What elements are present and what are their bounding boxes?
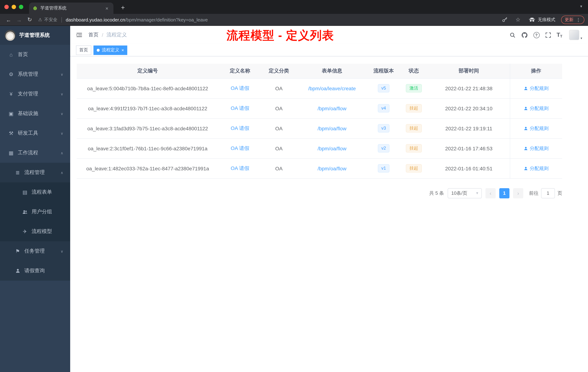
- tag-home[interactable]: 首页: [76, 45, 91, 55]
- col-definition-name: 定义名称: [219, 64, 262, 78]
- maximize-window-button[interactable]: [19, 5, 23, 9]
- definition-name-link[interactable]: OA 请假: [231, 125, 250, 131]
- sidebar-item-system-management[interactable]: ⚙ 系统管理 ∨: [0, 65, 70, 84]
- breadcrumb-home[interactable]: 首页: [88, 32, 99, 38]
- form-info-link[interactable]: /bpm/oa/flow: [318, 105, 346, 111]
- sidebar-item-user-group[interactable]: 用户分组: [0, 202, 70, 222]
- tag-close-icon[interactable]: ×: [121, 47, 124, 53]
- definition-name-link[interactable]: OA 请假: [231, 145, 250, 151]
- address-bar[interactable]: dashboard.yudao.iocoder.cn/bpm/manager/d…: [66, 17, 496, 22]
- goto-page-input[interactable]: [541, 188, 555, 198]
- tag-label: 流程定义: [102, 47, 119, 53]
- browser-update-button[interactable]: 更新 ⋮: [561, 15, 584, 24]
- user-menu[interactable]: ▾: [569, 30, 582, 40]
- assign-rule-link[interactable]: 分配规则: [524, 145, 549, 152]
- status-badge: 挂起: [406, 104, 422, 112]
- assign-rule-label: 分配规则: [530, 165, 549, 172]
- navbar-actions: ? TT ▾: [509, 30, 582, 40]
- cell-definition-id: oa_leave:3:1fad3d93-7b75-11ec-a3c8-acde4…: [77, 118, 219, 138]
- briefcase-icon: ▦: [8, 150, 14, 156]
- sidebar-item-home[interactable]: ⌂ 首页: [0, 45, 70, 65]
- definition-name-link[interactable]: OA 请假: [231, 105, 250, 111]
- avatar[interactable]: [569, 30, 579, 40]
- browser-toolbar: ← → ↻ ⚠ 不安全 dashboard.yudao.iocoder.cn/b…: [0, 14, 588, 26]
- active-dot: [97, 49, 100, 52]
- form-info-link[interactable]: /bpm/oa/flow: [318, 125, 346, 131]
- form-info-link[interactable]: /bpm/oa/leave/create: [308, 85, 356, 91]
- close-window-button[interactable]: [4, 5, 9, 9]
- sidebar-toggle-icon[interactable]: [76, 32, 83, 38]
- cell-definition-id: oa_leave:1:482ec033-762a-11ec-8477-a2380…: [77, 158, 219, 178]
- table-header-row: 定义编号 定义名称 定义分类 表单信息 流程版本 状态 部署时间 操作: [77, 64, 562, 78]
- tab-close-icon[interactable]: ×: [104, 5, 110, 11]
- sidebar-item-label: 工作流程: [18, 150, 38, 156]
- assign-rule-link[interactable]: 分配规则: [524, 125, 549, 131]
- assign-rule-link[interactable]: 分配规则: [524, 165, 549, 172]
- font-size-icon[interactable]: TT: [556, 32, 562, 38]
- sidebar-item-label: 流程管理: [24, 169, 45, 176]
- sidebar-item-task-management[interactable]: ⚑ 任务管理 ∨: [0, 241, 70, 261]
- chevron-down-icon: ∨: [61, 111, 63, 116]
- browser-tab[interactable]: 芋道管理系统 ×: [29, 2, 114, 14]
- user-icon: [524, 126, 528, 131]
- prev-page-button[interactable]: ‹: [485, 188, 496, 198]
- sidebar-item-label: 流程模型: [32, 228, 52, 235]
- reload-icon[interactable]: ↻: [25, 15, 34, 25]
- sidebar-item-process-management[interactable]: ≣ 流程管理 ∧: [0, 163, 70, 182]
- github-icon[interactable]: [521, 32, 528, 38]
- password-key-icon[interactable]: [500, 15, 509, 25]
- process-management-submenu: ▤ 流程表单 用户分组 ✈ 流程模型: [0, 182, 70, 241]
- definition-name-link[interactable]: OA 请假: [231, 85, 250, 91]
- cell-deploy-time: 2022-01-22 20:34:10: [428, 98, 510, 118]
- sidebar-item-leave-query[interactable]: 请假查询: [0, 261, 70, 281]
- tab-favicon: [33, 6, 37, 11]
- security-label: 不安全: [44, 17, 57, 23]
- incognito-icon: [529, 17, 535, 22]
- tab-strip: 芋道管理系统 × + ▾: [0, 0, 588, 14]
- page-title-annotation: 流程模型 - 定义列表: [227, 28, 334, 44]
- assign-rule-link[interactable]: 分配规则: [524, 85, 549, 92]
- flag-icon: ⚑: [15, 248, 21, 254]
- fullscreen-icon[interactable]: [545, 32, 551, 38]
- tab-search-icon[interactable]: ▾: [580, 4, 582, 9]
- page-size-select[interactable]: 10条/页 ▾: [448, 188, 482, 198]
- cell-deploy-time: 2022-01-16 01:40:51: [428, 158, 510, 178]
- table-row: oa_leave:5:004b710b-7b8a-11ec-8ef0-acde4…: [77, 78, 562, 98]
- current-page-button[interactable]: 1: [499, 188, 509, 198]
- logo-avatar: [5, 30, 16, 41]
- search-icon[interactable]: [509, 32, 515, 38]
- user-icon: [524, 166, 528, 171]
- minimize-window-button[interactable]: [12, 5, 16, 9]
- bookmark-star-icon[interactable]: ☆: [513, 15, 523, 25]
- form-info-link[interactable]: /bpm/oa/flow: [318, 165, 346, 171]
- assign-rule-link[interactable]: 分配规则: [524, 105, 549, 111]
- new-tab-button[interactable]: +: [118, 4, 127, 12]
- browser-window: 芋道管理系统 × + ▾ ← → ↻ ⚠ 不安全 dashboard.yudao…: [0, 0, 588, 372]
- sidebar-logo[interactable]: 芋道管理系统: [0, 26, 70, 45]
- font-size-small: T: [560, 34, 562, 38]
- list-icon: ≣: [15, 170, 21, 175]
- definition-name-link[interactable]: OA 请假: [231, 165, 250, 171]
- sidebar-item-dev-tools[interactable]: ⚒ 研发工具 ∨: [0, 123, 70, 143]
- document-icon: ▤: [22, 189, 28, 195]
- table-row: oa_leave:4:991f2193-7b7f-11ec-a3c8-acde4…: [77, 98, 562, 118]
- status-badge: 挂起: [406, 144, 422, 153]
- sidebar-item-process-model[interactable]: ✈ 流程模型: [0, 222, 70, 241]
- back-icon[interactable]: ←: [4, 15, 13, 25]
- next-page-button[interactable]: ›: [513, 188, 523, 198]
- cell-deploy-time: 2022-01-22 19:19:11: [428, 118, 510, 138]
- form-info-link[interactable]: /bpm/oa/flow: [318, 145, 346, 151]
- pagination-total: 共 5 条: [429, 190, 444, 196]
- sidebar-item-workflow[interactable]: ▦ 工作流程 ∧: [0, 143, 70, 163]
- caret-down-icon: ▾: [580, 36, 582, 40]
- tag-process-definition[interactable]: 流程定义 ×: [94, 45, 127, 55]
- sidebar-item-infrastructure[interactable]: ▣ 基础设施 ∨: [0, 104, 70, 123]
- browser-menu-kebab-icon[interactable]: ⋮: [576, 17, 581, 22]
- pagination: 共 5 条 10条/页 ▾ ‹ 1 › 前往 页: [77, 188, 562, 198]
- version-badge: v5: [378, 84, 389, 92]
- cell-category: OA: [262, 138, 296, 158]
- security-chip[interactable]: ⚠ 不安全: [38, 17, 57, 23]
- sidebar-item-payment-management[interactable]: ¥ 支付管理 ∨: [0, 84, 70, 104]
- help-icon[interactable]: ?: [533, 32, 539, 38]
- sidebar-item-process-form[interactable]: ▤ 流程表单: [0, 182, 70, 202]
